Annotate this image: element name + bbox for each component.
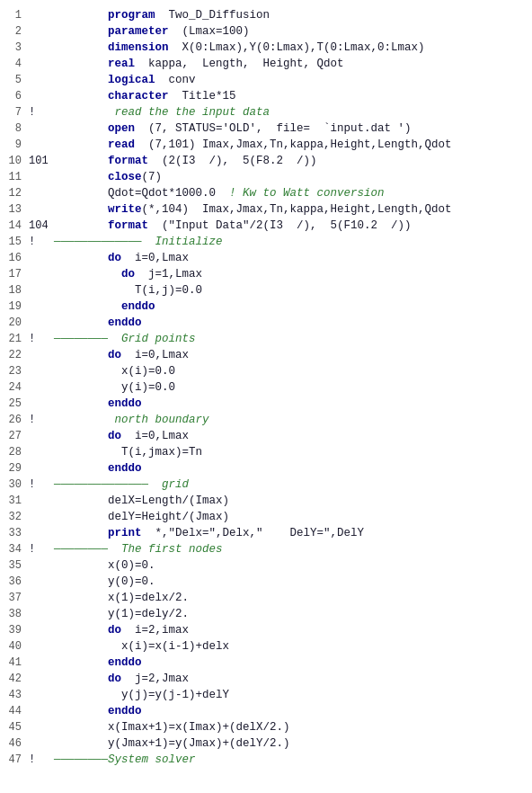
line-number: 2 [4, 23, 29, 40]
code-token-normal: delX=Length/(Imax) [54, 495, 229, 507]
line-label: ! [29, 541, 54, 557]
code-line: 45 x(Imax+1)=x(Imax)+(delX/2.) [0, 719, 532, 735]
line-number: 32 [4, 509, 29, 525]
code-line: 32 delY=Height/(Jmax) [0, 509, 532, 525]
code-token-normal: delY=Height/(Jmax) [54, 511, 229, 523]
line-code: T(i,j)=0.0 [54, 282, 528, 298]
line-number: 40 [4, 638, 29, 655]
code-line: 39 do i=2,imax [0, 622, 532, 638]
line-code: enddo [54, 703, 528, 719]
code-line: 15!————————————— Initialize [0, 234, 532, 250]
line-code: do i=0,Lmax [54, 347, 528, 363]
line-code: read the the input data [54, 104, 528, 120]
line-code: enddo [54, 315, 528, 331]
code-token-normal: i=0,Lmax [121, 252, 189, 264]
code-line: 20 enddo [0, 315, 532, 331]
code-token-kw: format [108, 155, 148, 167]
code-token-kw: write [108, 203, 142, 216]
code-line: 40 x(i)=x(i-1)+delx [0, 638, 532, 655]
line-code: enddo [54, 396, 528, 412]
code-line: 33 print *,"Delx=",Delx," DelY=",DelY [0, 525, 532, 541]
code-line: 12 Qdot=Qdot*1000.0 ! Kw to Watt convers… [0, 185, 532, 201]
line-code: north boundary [54, 412, 528, 428]
line-code: ————————System solver [54, 752, 528, 768]
line-number: 14 [4, 218, 29, 234]
code-line: 43 y(j)=y(j-1)+delY [0, 687, 532, 703]
code-token-kw: dimension [108, 41, 169, 54]
line-code: y(j)=y(j-1)+delY [54, 687, 528, 703]
line-number: 28 [4, 444, 29, 460]
line-code: character Title*15 [54, 88, 528, 104]
code-line: 23 x(i)=0.0 [0, 363, 532, 379]
line-code: ———————— The first nodes [54, 541, 528, 557]
line-code: x(0)=0. [54, 557, 528, 574]
code-editor: 1 program Two_D_Diffusion2 parameter (Lm… [0, 0, 532, 775]
code-token-comment: north boundary [54, 414, 209, 426]
line-number: 24 [4, 379, 29, 396]
code-line: 4 real kappa, Length, Height, Qdot [0, 56, 532, 72]
code-token-normal: (2(I3 /), 5(F8.2 /)) [148, 155, 317, 167]
line-number: 9 [4, 137, 29, 153]
line-number: 26 [4, 412, 29, 428]
line-code: do i=0,Lmax [54, 428, 528, 444]
line-code: y(0)=0. [54, 574, 528, 590]
line-code: open (7, STATUS='OLD', file= `input.dat … [54, 120, 528, 137]
line-number: 8 [4, 120, 29, 137]
code-token-kw: open [108, 122, 135, 135]
code-token-normal [54, 203, 108, 216]
line-number: 20 [4, 315, 29, 331]
line-number: 18 [4, 282, 29, 298]
code-token-normal: y(Jmax+1)=y(Jmax)+(delY/2.) [54, 737, 290, 750]
line-code: delX=Length/(Imax) [54, 493, 528, 509]
line-code: write(*,104) Imax,Jmax,Tn,kappa,Height,L… [54, 201, 528, 218]
code-token-normal: y(0)=0. [54, 575, 155, 588]
line-number: 25 [4, 396, 29, 412]
code-token-normal: (7,101) Imax,Jmax,Tn,kappa,Height,Length… [135, 138, 452, 151]
code-token-normal: (7, STATUS='OLD', file= `input.dat ') [135, 122, 412, 135]
code-line: 8 open (7, STATUS='OLD', file= `input.da… [0, 120, 532, 137]
code-token-normal: T(i,j)=0.0 [54, 284, 202, 297]
code-token-normal [54, 268, 121, 281]
code-line: 25 enddo [0, 396, 532, 412]
code-token-kw: real [108, 58, 135, 70]
line-number: 31 [4, 493, 29, 509]
line-label: ! [29, 104, 54, 120]
line-number: 46 [4, 735, 29, 752]
line-code: close(7) [54, 169, 528, 185]
line-code: y(Jmax+1)=y(Jmax)+(delY/2.) [54, 735, 528, 752]
code-line: 36 y(0)=0. [0, 574, 532, 590]
line-number: 27 [4, 428, 29, 444]
code-line: 19 enddo [0, 298, 532, 315]
line-code: parameter (Lmax=100) [54, 23, 528, 40]
line-label: ! [29, 477, 54, 493]
code-line: 21!———————— Grid points [0, 331, 532, 347]
code-token-normal [54, 300, 121, 313]
line-code: do i=2,imax [54, 622, 528, 638]
code-token-normal [54, 349, 108, 361]
code-token-kw: enddo [108, 397, 142, 410]
code-line: 34!———————— The first nodes [0, 541, 532, 557]
line-number: 29 [4, 460, 29, 477]
code-line: 24 y(i)=0.0 [0, 379, 532, 396]
code-line: 31 delX=Length/(Imax) [0, 493, 532, 509]
line-number: 1 [4, 7, 29, 23]
line-code: ————————————— Initialize [54, 234, 528, 250]
code-token-normal [54, 155, 108, 167]
code-token-normal: (Lmax=100) [169, 25, 250, 38]
code-token-kw: read [108, 138, 135, 151]
code-token-comment: ———————— The first nodes [54, 543, 223, 556]
line-number: 30 [4, 477, 29, 493]
code-token-comment: —————————————— grid [54, 478, 189, 491]
code-line: 14104 format ("Input Data"/2(I3 /), 5(F1… [0, 218, 532, 234]
code-token-normal [54, 138, 108, 151]
line-code: enddo [54, 655, 528, 671]
line-code: y(1)=dely/2. [54, 606, 528, 622]
code-line: 29 enddo [0, 460, 532, 477]
code-token-normal: x(i)=x(i-1)+delx [54, 640, 229, 653]
code-line: 13 write(*,104) Imax,Jmax,Tn,kappa,Heigh… [0, 201, 532, 218]
code-token-normal: (*,104) Imax,Jmax,Tn,kappa,Height,Length… [142, 203, 452, 216]
code-token-normal: y(i)=0.0 [54, 381, 175, 394]
line-number: 17 [4, 266, 29, 282]
code-line: 5 logical conv [0, 72, 532, 88]
line-number: 6 [4, 88, 29, 104]
